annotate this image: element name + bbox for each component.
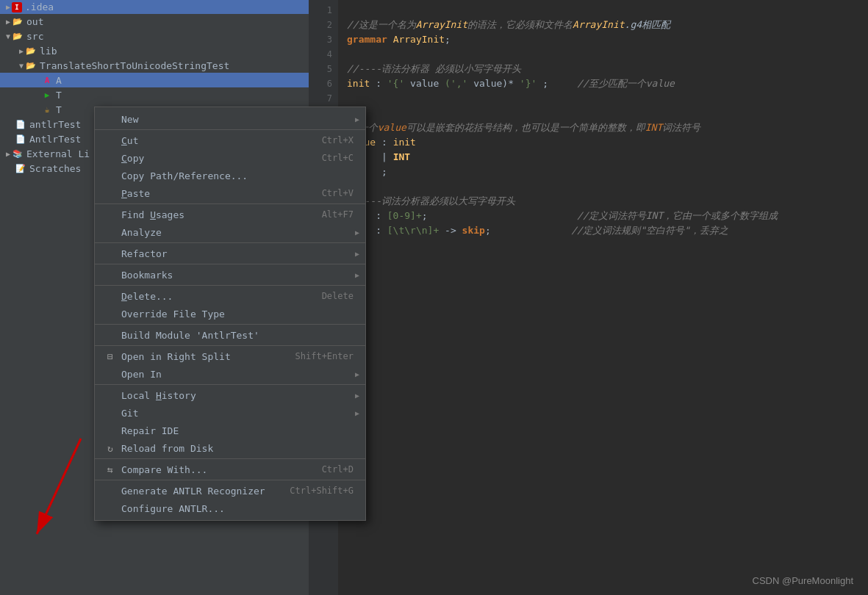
code-editor: 12345678910111213141516 //这是一个名为ArrayIni… <box>309 0 868 595</box>
menu-separator <box>95 203 365 204</box>
line-number: 4 <box>309 47 338 62</box>
tree-arrow: ▼ <box>19 62 24 70</box>
folder-icon: 📂 <box>25 60 37 71</box>
code-line: INT : [0-9]+; //定义词法符号INT，它由一个或多个数字组成 <box>347 209 859 223</box>
tree-item-label: T <box>56 104 62 115</box>
folder-icon: 📂 <box>12 30 24 42</box>
menu-item-refactor[interactable]: Refactor <box>95 245 365 262</box>
code-line: init : '{' value (',' value)* '}' ; //至少… <box>347 76 859 91</box>
java-icon: ☕ <box>41 104 53 115</box>
tree-arrow: ▶ <box>6 18 10 26</box>
code-line <box>347 3 859 18</box>
menu-separator <box>95 458 365 459</box>
tree-item-.idea[interactable]: ▶I.idea <box>0 0 309 14</box>
menu-item-git[interactable]: Git <box>95 404 365 422</box>
menu-separator <box>95 384 365 385</box>
menu-item-label: Override File Type <box>121 309 354 320</box>
menu-item-shortcut: Ctrl+V <box>322 188 354 198</box>
menu-item-label: Refactor <box>121 248 354 259</box>
tree-item-label: TranslateShortToUnicodeStringTest <box>40 60 229 71</box>
run-icon: ▶ <box>41 89 53 101</box>
menu-item-analyze[interactable]: Analyze <box>95 223 365 241</box>
menu-item-copy-path[interactable]: Copy Path/Reference... <box>95 167 365 184</box>
menu-item-shortcut: Delete <box>322 291 354 301</box>
menu-item-label: Copy Path/Reference... <box>121 170 354 181</box>
line-number: 5 <box>309 62 338 76</box>
menu-item-reload-disk[interactable]: ↻ Reload from Disk <box>95 439 365 457</box>
tree-item-label: Scratches <box>29 163 81 174</box>
menu-item-shortcut: Ctrl+D <box>322 464 354 475</box>
menu-item-bookmarks[interactable]: Bookmarks <box>95 266 365 284</box>
menu-item-open-in[interactable]: Open In <box>95 365 365 383</box>
menu-item-shortcut: Ctrl+Shift+G <box>290 486 354 496</box>
menu-item-paste[interactable]: Paste Ctrl+V <box>95 184 365 202</box>
menu-item-label: Cut <box>121 135 307 146</box>
tree-item-out[interactable]: ▶📂out <box>0 14 309 29</box>
menu-item-configure-antlr[interactable]: Configure ANTLR... <box>95 500 365 517</box>
menu-separator <box>95 345 365 346</box>
svg-line-1 <box>37 439 81 534</box>
line-number: 7 <box>309 91 338 106</box>
menu-item-new[interactable]: New <box>95 110 365 128</box>
config-icon: 📄 <box>15 118 26 130</box>
menu-item-label: Bookmarks <box>121 270 354 281</box>
menu-item-label: New <box>121 114 354 125</box>
tree-item-label: External Li <box>26 148 90 159</box>
tree-item-a[interactable]: AA <box>0 73 309 87</box>
menu-item-shortcut: Ctrl+C <box>322 153 354 163</box>
menu-item-generate-antlr[interactable]: Generate ANTLR Recognizer Ctrl+Shift+G <box>95 482 365 500</box>
tree-arrow: ▶ <box>6 150 10 158</box>
menu-item-cut[interactable]: Cut Ctrl+X <box>95 131 365 149</box>
tree-item-label: lib <box>40 46 57 57</box>
menu-item-compare-with[interactable]: ⇆ Compare With... Ctrl+D <box>95 461 365 478</box>
code-line: value : init <box>347 135 859 150</box>
tree-item-t[interactable]: ▶T <box>0 87 309 102</box>
menu-item-find-usages[interactable]: Find Usages Alt+F7 <box>95 206 365 223</box>
line-number: 1 <box>309 3 338 18</box>
menu-item-label: Delete... <box>121 291 307 302</box>
menu-item-shortcut: Alt+F7 <box>322 209 354 220</box>
menu-item-label: Git <box>121 408 354 419</box>
menu-item-copy[interactable]: Copy Ctrl+C <box>95 149 365 167</box>
tree-arrow: ▶ <box>19 47 24 55</box>
menu-item-open-right-split[interactable]: ⊟ Open in Right Split Shift+Enter <box>95 347 365 365</box>
arrow-annotation <box>22 431 110 551</box>
code-line <box>347 47 859 62</box>
menu-item-label: Generate ANTLR Recognizer <box>121 486 275 497</box>
code-line: //这是一个名为ArrayInit的语法，它必须和文件名ArrayInit.g4… <box>347 18 859 32</box>
menu-item-local-history[interactable]: Local History <box>95 386 365 404</box>
tree-arrow: ▼ <box>6 32 10 40</box>
menu-item-label: Paste <box>121 188 307 199</box>
tree-item-label: AntlrTest <box>29 134 81 145</box>
code-content-area: //这是一个名为ArrayInit的语法，它必须和文件名ArrayInit.g4… <box>338 0 868 595</box>
menu-item-shortcut: Shift+Enter <box>295 351 354 361</box>
tree-item-src[interactable]: ▼📂src <box>0 29 309 43</box>
tree-item-lib[interactable]: ▶📂lib <box>0 43 309 58</box>
menu-separator <box>95 324 365 325</box>
file-icon: 📄 <box>15 133 26 145</box>
code-line: | INT <box>347 150 859 165</box>
menu-separator <box>95 264 365 264</box>
tree-item-label: out <box>26 16 43 27</box>
code-line <box>347 91 859 106</box>
antlr-icon: A <box>41 74 53 86</box>
code-line: WS : [\t\r\n]+ -> skip; //定义词法规则"空白符号"，丢… <box>347 223 859 238</box>
menu-item-override-file-type[interactable]: Override File Type <box>95 305 365 322</box>
tree-item-translateshorttounicodestringtest[interactable]: ▼📂TranslateShortToUnicodeStringTest <box>0 58 309 73</box>
code-line: //----词法分析器必须以大写字母开头 <box>347 194 859 209</box>
code-line: // <box>347 106 859 120</box>
menu-item-repair-ide[interactable]: Repair IDE <box>95 422 365 439</box>
ext-icon: 📚 <box>12 148 24 159</box>
code-line <box>347 179 859 194</box>
menu-item-label: Copy <box>121 153 307 164</box>
watermark: CSDN @PureMoonlight <box>753 575 853 586</box>
menu-item-label: Repair IDE <box>121 425 354 436</box>
tree-arrow: ▶ <box>6 3 10 11</box>
menu-separator <box>95 129 365 130</box>
menu-item-label: Configure ANTLR... <box>121 503 354 514</box>
code-line: grammar ArrayInit; <box>347 32 859 47</box>
menu-item-build-module[interactable]: Build Module 'AntlrTest' <box>95 326 365 344</box>
scratch-icon: 📝 <box>15 162 26 174</box>
menu-separator <box>95 285 365 286</box>
menu-item-delete[interactable]: Delete... Delete <box>95 287 365 305</box>
